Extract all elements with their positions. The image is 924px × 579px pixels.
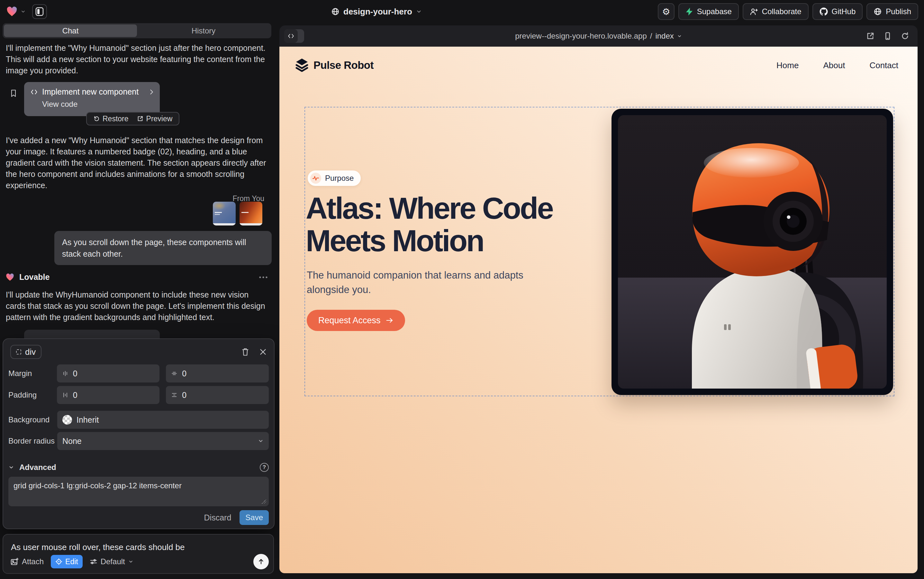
preview-button[interactable]: Preview: [137, 114, 173, 123]
selected-element-tag: div: [25, 347, 36, 357]
chat-composer[interactable]: As user mouse roll over, these cards sho…: [3, 534, 274, 574]
arrow-right-icon: [386, 317, 393, 324]
preview-page: index: [655, 31, 674, 41]
publish-button[interactable]: Publish: [867, 3, 918, 20]
chevron-right-icon: [149, 89, 154, 95]
gear-icon: ⚙: [662, 7, 670, 17]
lovable-app: design-your-hero ⚙ Supabase Collaborate …: [0, 0, 924, 579]
padding-horizontal-icon: [62, 392, 69, 398]
advanced-section-header[interactable]: Advanced ?: [8, 463, 269, 472]
send-button[interactable]: [253, 554, 269, 569]
preview-url-bar[interactable]: preview--design-your-hero.lovable.app / …: [279, 25, 917, 47]
collaborate-icon: [750, 7, 758, 16]
chevron-down-icon: [8, 465, 14, 470]
message-menu-icon[interactable]: [258, 276, 268, 279]
settings-button[interactable]: ⚙: [658, 3, 674, 20]
restore-button[interactable]: Restore: [93, 114, 129, 123]
supabase-icon: [686, 7, 693, 16]
target-icon: [55, 558, 62, 565]
github-button[interactable]: GitHub: [813, 3, 863, 20]
refresh-button[interactable]: [901, 32, 909, 40]
refresh-icon: [901, 32, 909, 40]
collaborate-button[interactable]: Collaborate: [743, 3, 808, 20]
workspace-chevron-down-icon[interactable]: [21, 9, 26, 14]
code-icon: [31, 89, 38, 95]
project-switcher[interactable]: design-your-hero: [331, 0, 422, 23]
layers-logo-icon: [295, 58, 309, 73]
open-in-new-tab-button[interactable]: [866, 32, 875, 40]
sliders-icon: [90, 558, 98, 566]
margin-x-input[interactable]: 0: [57, 365, 160, 383]
chat-input[interactable]: As user mouse roll over, these cards sho…: [11, 542, 266, 552]
assistant-name: Lovable: [19, 272, 49, 282]
element-inspector-panel: div Margin 0 0: [3, 339, 274, 529]
background-input[interactable]: Inherit: [57, 411, 269, 429]
preview-window: preview--design-your-hero.lovable.app / …: [279, 25, 917, 573]
transparency-swatch-icon: [62, 415, 72, 425]
user-message-bubble: As you scroll down the page, these compo…: [54, 231, 272, 265]
top-bar: design-your-hero ⚙ Supabase Collaborate …: [0, 0, 924, 23]
attach-button[interactable]: Attach: [10, 557, 44, 566]
model-mode-select[interactable]: Default: [90, 557, 134, 566]
mobile-view-button[interactable]: [883, 32, 892, 40]
bookmark-icon[interactable]: [10, 88, 17, 98]
arrow-up-icon: [258, 558, 264, 565]
selected-element-chip[interactable]: div: [10, 345, 41, 359]
tab-chat[interactable]: Chat: [4, 25, 137, 37]
padding-x-input[interactable]: 0: [57, 386, 160, 404]
assistant-message: I'll implement the "Why Humanoid" sectio…: [6, 43, 268, 76]
border-radius-label: Border radius: [8, 437, 57, 445]
attachment-thumbnail-orange[interactable]: [240, 202, 262, 226]
lovable-logo-heart-icon[interactable]: [7, 6, 17, 17]
discard-button[interactable]: Discard: [204, 513, 232, 522]
attachment-thumbnail-blue[interactable]: [213, 202, 236, 226]
nav-about[interactable]: About: [823, 61, 845, 70]
hero-title: Atlas: Where Code Meets Motion: [306, 192, 646, 257]
chevron-down-icon: [677, 34, 682, 39]
supabase-button[interactable]: Supabase: [678, 3, 739, 20]
attach-image-icon: [10, 558, 19, 566]
globe-icon: [331, 7, 340, 16]
request-access-button[interactable]: Request Access: [307, 310, 405, 331]
padding-y-input[interactable]: 0: [166, 386, 269, 404]
close-icon: [259, 348, 267, 356]
advanced-classes-textarea[interactable]: grid grid-cols-1 lg:grid-cols-2 gap-12 i…: [8, 477, 269, 506]
pulse-activity-icon: [310, 173, 321, 184]
component-change-card[interactable]: Implement new component View code: [24, 82, 160, 116]
nav-home[interactable]: Home: [776, 61, 798, 70]
publish-globe-icon: [873, 7, 882, 16]
restore-icon: [93, 116, 100, 122]
robot-image: [618, 115, 887, 389]
help-icon[interactable]: ?: [260, 463, 269, 472]
margin-label: Margin: [8, 369, 57, 378]
assistant-message: I've added a new "Why Humanoid" section …: [6, 135, 268, 191]
delete-element-button[interactable]: [241, 347, 250, 357]
external-link-icon: [866, 32, 875, 40]
site-brand[interactable]: Pulse Robot: [295, 58, 374, 73]
preview-url: preview--design-your-hero.lovable.app: [515, 31, 647, 41]
close-inspector-button[interactable]: [259, 348, 267, 356]
trash-icon: [241, 347, 250, 357]
textarea-resize-handle[interactable]: [262, 499, 266, 504]
sidebar-toggle-button[interactable]: [32, 4, 47, 19]
chat-history-tabs: Chat History: [3, 23, 271, 38]
project-name: design-your-hero: [343, 7, 412, 17]
save-button[interactable]: Save: [240, 510, 269, 525]
hero-subtitle: The humanoid companion that learns and a…: [307, 268, 538, 297]
assistant-message: I'll update the WhyHumanoid component to…: [6, 289, 268, 323]
attachment-thumbnails: [213, 202, 262, 226]
padding-vertical-icon: [171, 392, 178, 398]
margin-y-input[interactable]: 0: [166, 365, 269, 383]
nav-contact[interactable]: Contact: [869, 61, 898, 70]
element-outline-icon: [16, 349, 21, 355]
mobile-device-icon: [883, 32, 892, 40]
github-icon: [820, 7, 828, 16]
border-radius-select[interactable]: None: [57, 432, 269, 450]
hero-badge: Purpose: [308, 170, 361, 186]
view-code-link[interactable]: View code: [42, 100, 154, 109]
tab-history[interactable]: History: [137, 25, 270, 37]
padding-label: Padding: [8, 391, 57, 399]
preview-top-bar: preview--design-your-hero.lovable.app / …: [279, 25, 917, 47]
edit-mode-button[interactable]: Edit: [51, 555, 83, 568]
background-label: Background: [8, 415, 57, 424]
